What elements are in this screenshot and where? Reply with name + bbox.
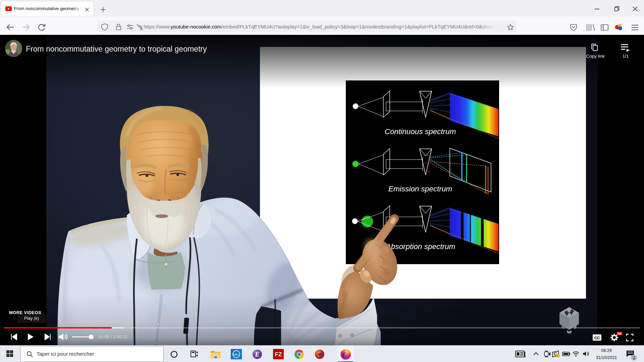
svg-text:HD: HD bbox=[618, 333, 621, 335]
svg-text:1: 1 bbox=[633, 355, 635, 360]
svg-text:DELL: DELL bbox=[233, 353, 239, 356]
svg-text:CC: CC bbox=[594, 336, 600, 340]
svg-text:FZ: FZ bbox=[275, 351, 282, 358]
svg-text:E: E bbox=[255, 351, 259, 358]
